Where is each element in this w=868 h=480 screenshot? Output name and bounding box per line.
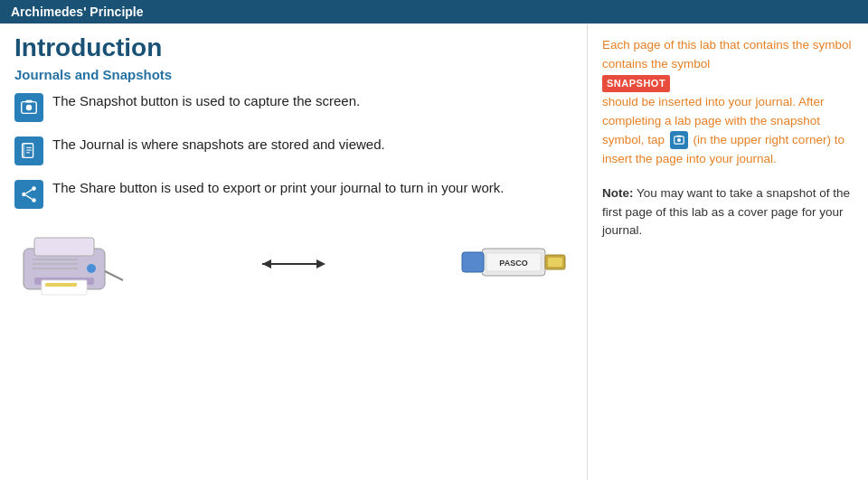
snapshot-icon[interactable] [14, 93, 43, 122]
svg-point-9 [22, 192, 26, 196]
note-section: Note: You may want to take a snapshot of… [602, 184, 854, 240]
svg-rect-31 [462, 252, 484, 272]
svg-line-12 [26, 195, 33, 199]
svg-point-33 [677, 138, 681, 142]
right-panel: Each page of this lab that contains the … [588, 24, 868, 480]
journal-text: The Journal is where snapshots are store… [52, 135, 385, 155]
usb-drive-image: PASCO [455, 231, 572, 297]
share-item: The Share button is used to export or pr… [14, 178, 572, 209]
main-content: Introduction Journals and Snapshots The … [0, 24, 868, 480]
svg-rect-30 [548, 258, 562, 267]
svg-point-8 [32, 186, 36, 191]
svg-marker-25 [262, 259, 271, 268]
inline-snapshot-icon [670, 131, 688, 149]
header-title: Archimedes' Principle [11, 5, 144, 19]
right-text-contains: contains the symbol [602, 57, 710, 71]
arrow-image [132, 250, 455, 278]
journal-item: The Journal is where snapshots are store… [14, 135, 572, 165]
page-title: Introduction [14, 33, 572, 63]
svg-rect-16 [42, 280, 87, 295]
section-subtitle: Journals and Snapshots [14, 67, 572, 82]
svg-marker-24 [316, 259, 326, 268]
share-icon[interactable] [14, 180, 43, 209]
svg-rect-14 [34, 238, 94, 256]
printer-image [14, 221, 132, 306]
images-row: PASCO [14, 221, 572, 306]
right-text-1: Each page of this lab that contains the … [602, 38, 851, 52]
svg-point-18 [87, 264, 96, 273]
svg-rect-34 [676, 136, 681, 137]
snapshot-badge: SNAPSHOT [602, 75, 670, 92]
snapshot-text: The Snapshot button is used to capture t… [52, 91, 360, 112]
page-header: Archimedes' Principle [0, 0, 868, 24]
note-text: You may want to take a snapshot of the f… [602, 186, 850, 237]
snapshot-item: The Snapshot button is used to capture t… [14, 91, 572, 122]
svg-line-22 [105, 271, 123, 280]
share-text: The Share button is used to export or pr… [52, 178, 504, 199]
svg-rect-17 [45, 283, 77, 287]
svg-rect-2 [25, 99, 32, 102]
svg-point-10 [32, 198, 36, 202]
svg-rect-4 [23, 143, 25, 157]
journal-icon[interactable] [14, 136, 43, 165]
right-intro-text: Each page of this lab that contains the … [602, 36, 854, 168]
left-panel: Introduction Journals and Snapshots The … [0, 24, 588, 480]
svg-line-11 [26, 189, 33, 193]
note-label: Note: [602, 186, 634, 200]
svg-point-1 [26, 104, 32, 109]
svg-text:PASCO: PASCO [499, 259, 527, 268]
